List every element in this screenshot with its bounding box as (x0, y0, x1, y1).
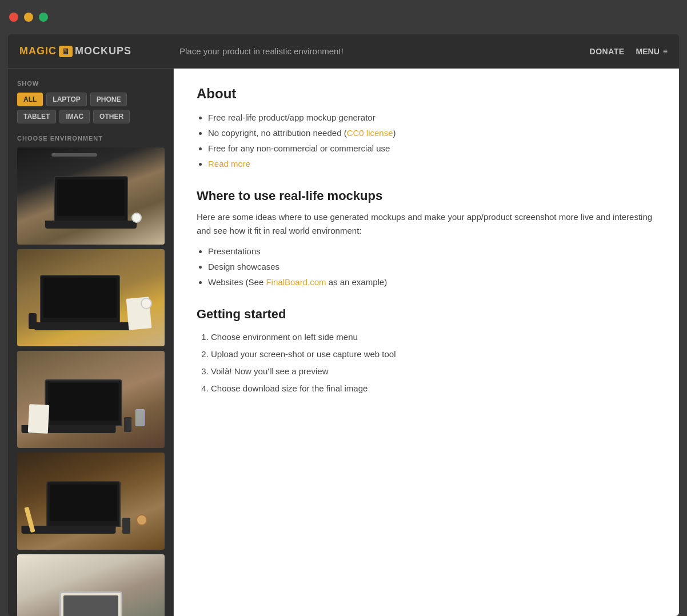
finalboard-link[interactable]: FinalBoard.com (266, 277, 326, 287)
content-area: About Free real-life product/app mockup … (174, 69, 679, 616)
filter-imac[interactable]: IMAC (59, 110, 90, 123)
getting-started-list: Choose environment on left side menu Upl… (211, 329, 656, 397)
where-heading: Where to use real-life mockups (197, 189, 656, 203)
logo-mockups-text: MOCKUPS (75, 45, 131, 57)
env-item-3[interactable] (17, 351, 165, 448)
logo-icon: 🖥 (59, 46, 73, 57)
cc0-license-link[interactable]: CC0 license (347, 128, 393, 138)
where-item-1: Presentations (208, 243, 656, 259)
read-more-item: Read more (208, 156, 656, 171)
filter-tablet[interactable]: TABLET (17, 110, 56, 123)
about-list: Free real-life product/app mockup genera… (208, 110, 656, 171)
filter-other[interactable]: OTHER (93, 110, 130, 123)
where-item-2: Design showcases (208, 259, 656, 274)
filter-all[interactable]: ALL (17, 93, 43, 106)
about-item-2: No copyright, no attribution needed (CC0… (208, 125, 656, 141)
logo-magic-text: MAGIC (19, 45, 57, 57)
close-button[interactable] (9, 13, 18, 22)
sidebar: SHOW ALL LAPTOP PHONE TABLET IMAC OTHER … (8, 69, 174, 616)
hamburger-icon: ≡ (663, 47, 668, 56)
env-item-2[interactable] (17, 249, 165, 346)
app-window: MAGIC 🖥 MOCKUPS Place your product in re… (8, 34, 679, 616)
step-3: Voilà! Now you'll see a preview (211, 363, 656, 380)
title-bar (0, 0, 687, 34)
environment-list (17, 147, 164, 616)
env-item-1[interactable] (17, 147, 165, 245)
env-item-5[interactable] (17, 554, 165, 616)
about-item-3: Free for any non-commercial or commercia… (208, 141, 656, 156)
nav-right: DONATE MENU ≡ (590, 47, 668, 56)
where-item-3: Websites (See FinalBoard.com as an examp… (208, 274, 656, 290)
about-item-1: Free real-life product/app mockup genera… (208, 110, 656, 125)
getting-started-heading: Getting started (197, 307, 656, 322)
where-intro-text: Here are some ideas where to use generat… (197, 210, 656, 238)
step-2: Upload your screen-shot or use capture w… (211, 346, 656, 363)
env-item-4[interactable] (17, 453, 165, 550)
about-heading: About (197, 86, 656, 102)
minimize-button[interactable] (24, 13, 33, 22)
step-1: Choose environment on left side menu (211, 329, 656, 346)
show-label: SHOW (17, 80, 164, 87)
step-4: Choose download size for the final image (211, 380, 656, 397)
filter-phone[interactable]: PHONE (90, 93, 127, 106)
top-nav: MAGIC 🖥 MOCKUPS Place your product in re… (8, 34, 679, 69)
nav-tagline: Place your product in realistic environm… (168, 46, 590, 56)
logo: MAGIC 🖥 MOCKUPS (19, 45, 168, 57)
where-list: Presentations Design showcases Websites … (208, 243, 656, 290)
menu-button[interactable]: MENU ≡ (636, 47, 668, 56)
choose-env-label: CHOOSE ENVIRONMENT (17, 135, 164, 142)
donate-button[interactable]: DONATE (590, 47, 625, 56)
filter-buttons: ALL LAPTOP PHONE TABLET IMAC OTHER (17, 93, 164, 123)
maximize-button[interactable] (39, 13, 48, 22)
filter-laptop[interactable]: LAPTOP (46, 93, 86, 106)
main-layout: SHOW ALL LAPTOP PHONE TABLET IMAC OTHER … (8, 69, 679, 616)
read-more-link[interactable]: Read more (208, 159, 250, 169)
menu-label: MENU (636, 47, 660, 56)
